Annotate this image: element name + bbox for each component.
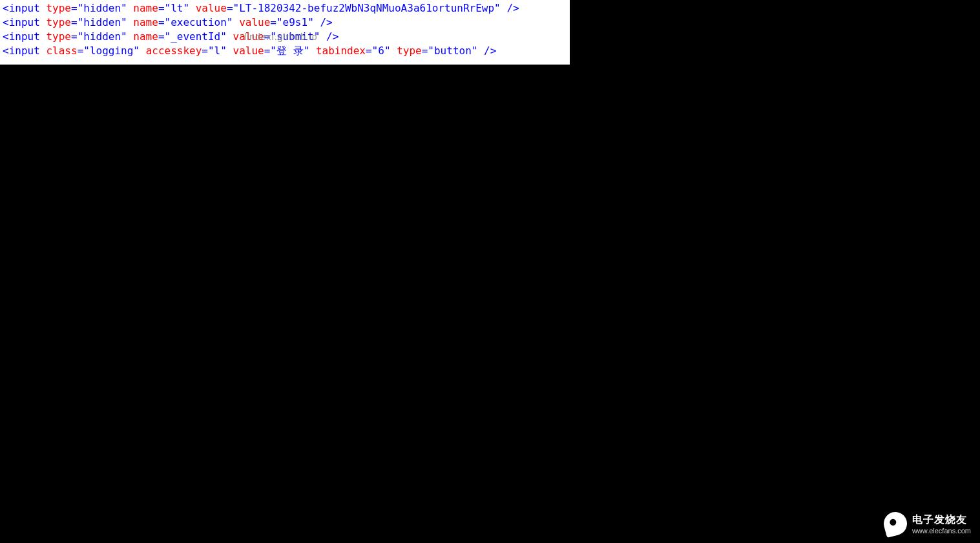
- footer-logo: 电子发烧友 www.elecfans.com: [884, 512, 971, 535]
- code-line-2: <input type="hidden" name="execution" va…: [3, 15, 567, 30]
- elecfans-icon: [881, 509, 910, 538]
- brand-url: www.elecfans.com: [912, 527, 971, 535]
- code-line-3: <input type="hidden" name="_eventId" val…: [3, 30, 567, 44]
- code-panel: <input type="hidden" name="lt" value="LT…: [0, 0, 570, 65]
- code-line-4: <input class="logging" accesskey="l" val…: [3, 44, 567, 58]
- code-line-1: <input type="hidden" name="lt" value="LT…: [3, 1, 567, 15]
- brand-name-cn: 电子发烧友: [912, 513, 971, 527]
